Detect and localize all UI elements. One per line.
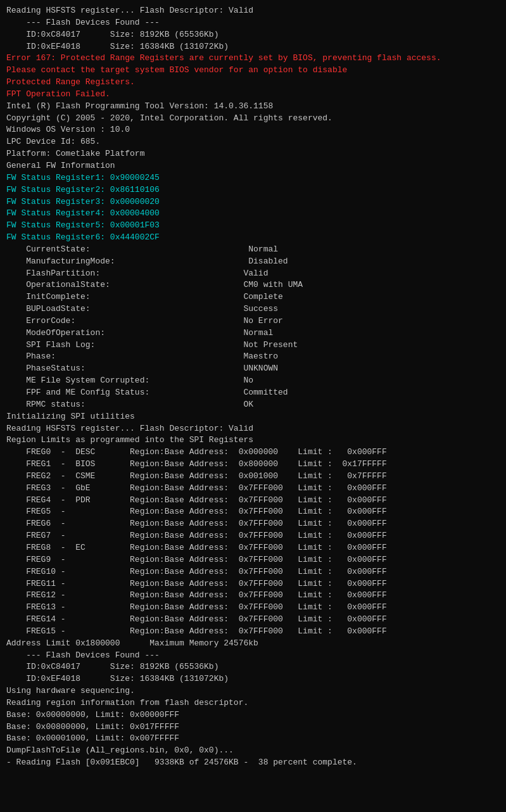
terminal-line: FREG10 - Region:Base Address: 0x7FFF000 … <box>6 566 500 578</box>
terminal-line: ID:0xEF4018 Size: 16384KB (131072Kb) <box>6 41 500 53</box>
terminal-line: FPT Operation Failed. <box>6 89 500 101</box>
terminal-line: - Reading Flash [0x091EBC0] 9338KB of 24… <box>6 757 500 769</box>
terminal-line: Base: 0x00800000, Limit: 0x017FFFFF <box>6 721 500 733</box>
terminal-line: Base: 0x00000000, Limit: 0x00000FFF <box>6 709 500 721</box>
terminal-line: FREG13 - Region:Base Address: 0x7FFF000 … <box>6 602 500 614</box>
terminal-line: ErrorCode: No Error <box>6 315 500 327</box>
terminal-line: Reading region information from flash de… <box>6 697 500 709</box>
terminal-line: Intel (R) Flash Programming Tool Version… <box>6 101 500 113</box>
terminal-line: Using hardware sequencing. <box>6 685 500 697</box>
terminal-line: PhaseStatus: UNKNOWN <box>6 363 500 375</box>
terminal-line: FlashPartition: Valid <box>6 268 500 280</box>
terminal-line: FW Status Register1: 0x90000245 <box>6 172 500 184</box>
terminal-line: Copyright (C) 2005 - 2020, Intel Corpora… <box>6 113 500 125</box>
terminal-line: BUPLoadState: Success <box>6 303 500 315</box>
terminal-line: ID:0xC84017 Size: 8192KB (65536Kb) <box>6 661 500 673</box>
terminal-line: RPMC status: OK <box>6 399 500 411</box>
terminal-line: Protected Range Registers. <box>6 77 500 89</box>
terminal-line: InitComplete: Complete <box>6 291 500 303</box>
terminal-line: FREG15 - Region:Base Address: 0x7FFF000 … <box>6 626 500 638</box>
terminal-line: LPC Device Id: 685. <box>6 136 500 148</box>
terminal-line: ME File System Corrupted: No <box>6 375 500 387</box>
terminal-line: FREG7 - Region:Base Address: 0x7FFF000 L… <box>6 530 500 542</box>
terminal-line: --- Flash Devices Found --- <box>6 17 500 29</box>
terminal-line: Platform: Cometlake Platform <box>6 148 500 160</box>
terminal-line: FREG6 - Region:Base Address: 0x7FFF000 L… <box>6 518 500 530</box>
terminal-line: Base: 0x00001000, Limit: 0x007FFFFF <box>6 733 500 745</box>
terminal-line: FREG3 - GbE Region:Base Address: 0x7FFF0… <box>6 483 500 495</box>
terminal-line: FREG5 - Region:Base Address: 0x7FFF000 L… <box>6 506 500 518</box>
terminal-line: FREG12 - Region:Base Address: 0x7FFF000 … <box>6 590 500 602</box>
terminal-line: FW Status Register3: 0x00000020 <box>6 196 500 208</box>
terminal-line: FREG4 - PDR Region:Base Address: 0x7FFF0… <box>6 495 500 507</box>
terminal-line: --- Flash Devices Found --- <box>6 650 500 662</box>
terminal-line: Please contact the target system BIOS ve… <box>6 65 500 77</box>
terminal-line: Reading HSFSTS register... Flash Descrip… <box>6 5 500 17</box>
terminal-line: ID:0xEF4018 Size: 16384KB (131072Kb) <box>6 673 500 685</box>
terminal-line: FREG8 - EC Region:Base Address: 0x7FFF00… <box>6 542 500 554</box>
terminal-line: FREG14 - Region:Base Address: 0x7FFF000 … <box>6 614 500 626</box>
terminal-line: FW Status Register6: 0x444002CF <box>6 232 500 244</box>
terminal-line: Initializing SPI utilities <box>6 411 500 423</box>
terminal-line: FW Status Register2: 0x86110106 <box>6 184 500 196</box>
terminal-line: Address Limit 0x1800000 Maximum Memory 2… <box>6 638 500 650</box>
terminal-line: FPF and ME Config Status: Committed <box>6 387 500 399</box>
terminal-line: Region Limits as programmed into the SPI… <box>6 435 500 447</box>
terminal-line: General FW Information <box>6 160 500 172</box>
terminal-line: FREG9 - Region:Base Address: 0x7FFF000 L… <box>6 554 500 566</box>
terminal-output: Reading HSFSTS register... Flash Descrip… <box>6 5 500 769</box>
terminal-line: ID:0xC84017 Size: 8192KB (65536Kb) <box>6 29 500 41</box>
terminal-line: CurrentState: Normal <box>6 244 500 256</box>
terminal-line: OperationalState: CM0 with UMA <box>6 279 500 291</box>
terminal-line: FW Status Register5: 0x00001F03 <box>6 220 500 232</box>
terminal-line: FW Status Register4: 0x00004000 <box>6 208 500 220</box>
terminal-line: DumpFlashToFile (All_regions.bin, 0x0, 0… <box>6 745 500 757</box>
terminal-line: Error 167: Protected Range Registers are… <box>6 53 500 65</box>
terminal-line: ManufacturingMode: Disabled <box>6 256 500 268</box>
terminal-line: FREG1 - BIOS Region:Base Address: 0x8000… <box>6 459 500 471</box>
terminal-line: FREG2 - CSME Region:Base Address: 0x0010… <box>6 471 500 483</box>
terminal-line: Phase: Maestro <box>6 351 500 363</box>
terminal-line: ModeOfOperation: Normal <box>6 327 500 339</box>
terminal-line: Windows OS Version : 10.0 <box>6 124 500 136</box>
terminal-line: SPI Flash Log: Not Present <box>6 339 500 352</box>
terminal-line: FREG0 - DESC Region:Base Address: 0x0000… <box>6 447 500 459</box>
terminal-line: Reading HSFSTS register... Flash Descrip… <box>6 423 500 435</box>
terminal-line: FREG11 - Region:Base Address: 0x7FFF000 … <box>6 578 500 590</box>
